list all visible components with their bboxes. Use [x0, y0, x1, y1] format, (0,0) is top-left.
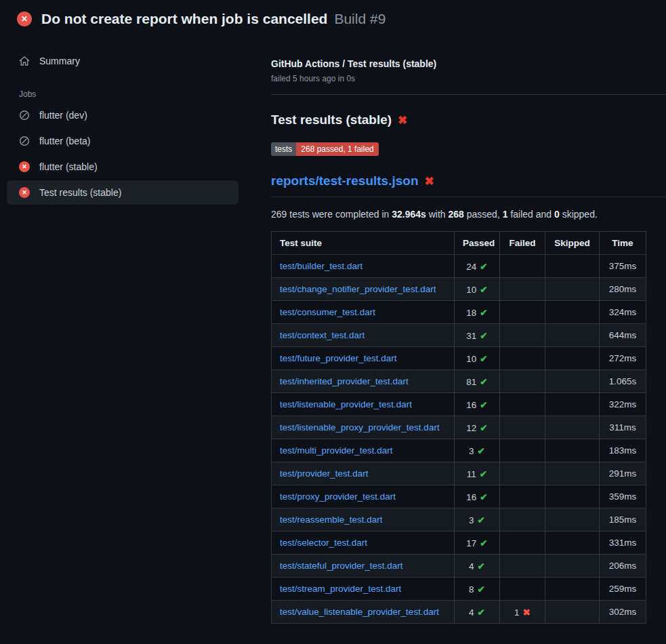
summary-skipped-count: 0 [554, 209, 560, 220]
passed-cell: 24✔ [455, 255, 500, 278]
table-row: test/proxy_provider_test.dart 16✔ 359ms [272, 485, 646, 508]
suite-cell: test/inherited_provider_test.dart [272, 370, 455, 393]
suite-link[interactable]: test/stream_provider_test.dart [280, 584, 401, 594]
check-icon: ✔ [478, 607, 485, 618]
count: 4 [469, 607, 474, 618]
skipped-cell [545, 508, 600, 531]
suite-link[interactable]: test/stateful_provider_test.dart [280, 561, 403, 571]
tests-badge: tests 268 passed, 1 failed [271, 142, 379, 156]
suite-cell: test/proxy_provider_test.dart [272, 485, 455, 508]
time-cell: 291ms [600, 462, 646, 485]
failed-cell [500, 393, 545, 416]
failed-cell [500, 462, 545, 485]
suite-cell: test/selector_test.dart [272, 531, 455, 555]
suite-cell: test/reassemble_test.dart [272, 508, 455, 531]
passed-cell: 8✔ [455, 578, 500, 601]
suite-cell: test/context_test.dart [272, 324, 455, 347]
failed-cell [500, 531, 545, 555]
suite-link[interactable]: test/builder_test.dart [280, 261, 362, 271]
skipped-cell [545, 324, 600, 347]
failed-cell [500, 555, 545, 578]
passed-cell: 10✔ [455, 347, 500, 370]
check-icon: ✔ [480, 354, 487, 364]
skipped-cell [545, 255, 600, 278]
count: 10 [466, 354, 476, 364]
count: 81 [466, 377, 476, 387]
sidebar-item-label: flutter (dev) [39, 110, 87, 121]
check-icon: ✔ [478, 561, 485, 571]
suite-link[interactable]: test/future_provider_test.dart [280, 353, 397, 363]
skipped-cell [545, 555, 600, 578]
column-header-time: Time [600, 232, 646, 255]
time-cell: 185ms [600, 508, 646, 531]
cross-mark-icon: ✖ [398, 115, 407, 126]
report-link[interactable]: reports/test-results.json [271, 174, 419, 188]
table-row: test/value_listenable_provider_test.dart… [272, 601, 646, 624]
skipped-cell [545, 416, 600, 439]
skipped-cell [545, 439, 600, 462]
count: 16 [466, 492, 476, 502]
suite-link[interactable]: test/selector_test.dart [280, 538, 367, 548]
suite-link[interactable]: test/inherited_provider_test.dart [280, 376, 409, 386]
check-icon: ✔ [480, 262, 487, 272]
passed-cell: 18✔ [455, 301, 500, 324]
badge-value: 268 passed, 1 failed [296, 142, 378, 156]
sidebar-item-label: Test results (stable) [39, 187, 121, 198]
suite-link[interactable]: test/proxy_provider_test.dart [280, 491, 396, 502]
suite-link[interactable]: test/reassemble_test.dart [280, 515, 383, 525]
section-title-text: Test results (stable) [271, 113, 392, 127]
sidebar-item-test-results-stable[interactable]: ✕ Test results (stable) [7, 180, 238, 205]
sidebar-item-flutter-stable[interactable]: ✕ flutter (stable) [7, 155, 238, 179]
suite-link[interactable]: test/consumer_test.dart [280, 307, 375, 317]
suite-link[interactable]: test/context_test.dart [280, 330, 365, 340]
sidebar-item-flutter-beta[interactable]: flutter (beta) [7, 129, 238, 153]
table-row: test/reassemble_test.dart 3✔ 185ms [272, 508, 646, 531]
summary-failed-count: 1 [503, 209, 508, 220]
passed-cell: 4✔ [455, 601, 500, 624]
time-cell: 644ms [600, 324, 646, 347]
passed-cell: 3✔ [455, 508, 500, 531]
sidebar-item-label: flutter (beta) [39, 136, 90, 146]
check-icon: ✔ [480, 538, 487, 548]
suite-link[interactable]: test/listenable_proxy_provider_test.dart [280, 422, 440, 432]
cancelled-icon [19, 110, 30, 121]
check-icon: ✔ [480, 285, 487, 295]
time-cell: 359ms [600, 485, 646, 508]
check-icon: ✔ [480, 377, 487, 387]
suite-cell: test/change_notifier_provider_test.dart [272, 278, 455, 301]
skipped-cell [545, 578, 600, 601]
section-title: Test results (stable) ✖ [271, 113, 666, 127]
suite-cell: test/multi_provider_test.dart [272, 439, 455, 462]
sidebar-item-flutter-dev[interactable]: flutter (dev) [7, 103, 238, 127]
failed-cell: 1✖ [500, 601, 545, 624]
count: 12 [466, 423, 476, 433]
x-circle-icon: ✕ [19, 161, 30, 172]
time-cell: 272ms [600, 347, 646, 370]
count: 8 [469, 584, 474, 595]
time-cell: 331ms [600, 531, 646, 555]
suite-link[interactable]: test/value_listenable_provider_test.dart [280, 607, 439, 617]
table-row: test/selector_test.dart 17✔ 331ms [272, 531, 646, 555]
suite-link[interactable]: test/multi_provider_test.dart [280, 445, 393, 456]
count: 24 [466, 262, 476, 272]
sidebar-item-summary[interactable]: Summary [7, 49, 238, 73]
skipped-cell [545, 531, 600, 555]
suite-link[interactable]: test/change_notifier_provider_test.dart [280, 284, 436, 294]
failed-cell [500, 416, 545, 439]
suite-cell: test/future_provider_test.dart [272, 347, 455, 370]
suite-cell: test/builder_test.dart [272, 255, 455, 278]
table-row: test/context_test.dart 31✔ 644ms [272, 324, 646, 347]
suite-link[interactable]: test/listenable_provider_test.dart [280, 399, 412, 409]
suite-cell: test/stream_provider_test.dart [272, 578, 455, 601]
table-row: test/provider_test.dart 11✔ 291ms [272, 462, 646, 485]
time-cell: 311ms [600, 416, 646, 439]
check-icon: ✔ [478, 515, 485, 525]
time-cell: 259ms [600, 578, 646, 601]
table-row: test/listenable_proxy_provider_test.dart… [272, 416, 646, 439]
check-icon: ✔ [478, 584, 485, 595]
count: 3 [469, 515, 474, 525]
skipped-cell [545, 393, 600, 416]
sidebar: Summary Jobs flutter (dev) flutter (beta… [0, 38, 257, 206]
suite-link[interactable]: test/provider_test.dart [280, 468, 369, 479]
home-icon [19, 56, 30, 66]
